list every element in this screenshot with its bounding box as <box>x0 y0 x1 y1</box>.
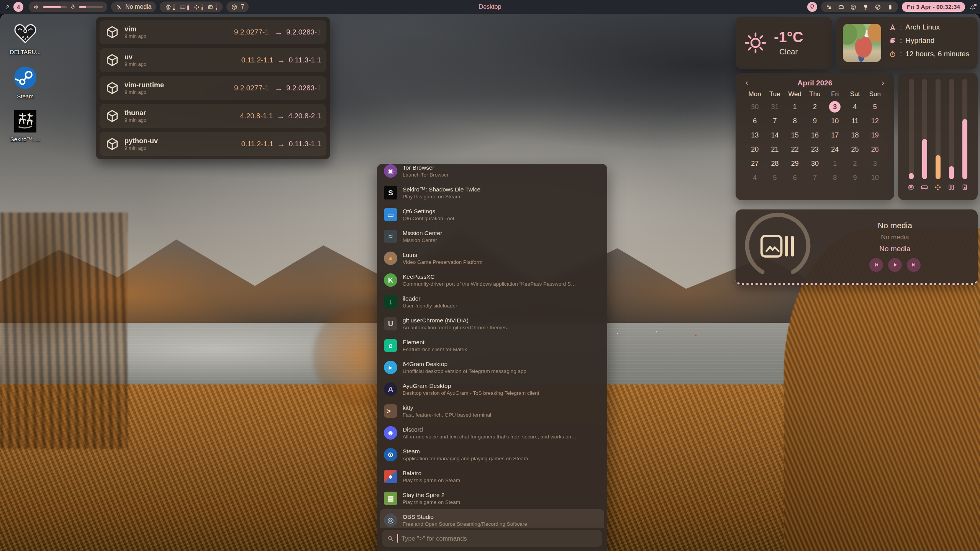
launcher-item[interactable]: K KeePassXC Community-driven port of the… <box>380 269 604 291</box>
calendar-day[interactable]: 20 <box>745 144 765 155</box>
calendar-day[interactable]: 18 <box>845 129 865 141</box>
package-update-row[interactable]: vim-runtime 9 min ago 9.2.0277-1. → 9.2.… <box>100 76 326 100</box>
next-track-button[interactable] <box>907 258 921 272</box>
system-info-value: Hyprland <box>905 36 934 45</box>
calendar-day[interactable]: 30 <box>805 158 825 169</box>
workspace-switcher[interactable]: 24 <box>4 2 25 12</box>
launcher-item[interactable]: e Element Feature-rich client for Matrix <box>380 335 604 356</box>
idle-inhibit-button[interactable] <box>807 2 817 12</box>
packages-chip[interactable]: 7 <box>226 2 249 12</box>
launcher-item[interactable]: A AyuGram Desktop Desktop version of Ayu… <box>380 378 604 400</box>
monitor-item <box>208 4 217 10</box>
app-description: Play this game on Steam <box>403 499 460 505</box>
desktop-icon-deltarune[interactable]: DELTARU... <box>4 21 47 55</box>
app-launcher: ◉ Tor Browser Launch Tor Browser S Sekir… <box>377 164 607 551</box>
launcher-item[interactable]: ≈ Mission Center Mission Center <box>380 226 604 247</box>
calendar-day[interactable]: 25 <box>845 144 865 155</box>
calendar-day[interactable]: 16 <box>805 129 825 141</box>
calendar-day[interactable]: 21 <box>765 144 785 155</box>
calendar-day[interactable]: 8 <box>825 172 845 183</box>
calendar-grid: 3031123456789101112131415161718192021222… <box>736 101 894 183</box>
resource-column <box>907 79 915 196</box>
calendar-day[interactable]: 11 <box>845 115 865 127</box>
calendar-day[interactable]: 4 <box>845 101 865 113</box>
calendar-day[interactable]: 15 <box>785 129 805 141</box>
launcher-item[interactable]: ◉ Tor Browser Launch Tor Browser <box>380 164 604 182</box>
keepassxc-icon[interactable] <box>826 4 832 10</box>
audio-chip[interactable] <box>29 2 107 12</box>
calendar-day[interactable]: 8 <box>785 115 805 127</box>
calendar-day[interactable]: 10 <box>825 115 845 127</box>
monitors-chip[interactable] <box>160 2 223 12</box>
calendar-day[interactable]: 6 <box>745 115 765 127</box>
launcher-item[interactable]: ↓ iloader User-friendly sideloader <box>380 291 604 313</box>
calendar-day[interactable]: 29 <box>785 158 805 169</box>
calendar-day[interactable]: 1 <box>825 158 845 169</box>
calendar-day[interactable]: 14 <box>765 129 785 141</box>
calendar-day[interactable]: 3 <box>865 158 885 169</box>
calendar-day[interactable]: 2 <box>805 101 825 113</box>
workspace-item[interactable]: 2 <box>5 4 10 10</box>
calendar-day[interactable]: 10 <box>865 172 885 183</box>
launcher-item[interactable]: ⊙ Steam Application for managing and pla… <box>380 444 604 466</box>
calendar-prev-button[interactable] <box>744 80 750 86</box>
calendar-day[interactable]: 22 <box>785 144 805 155</box>
launcher-item[interactable]: S Sekiro™: Shadows Die Twice Play this g… <box>380 182 604 204</box>
calendar-day[interactable]: 5 <box>865 101 885 113</box>
battery-icon[interactable] <box>887 4 893 10</box>
launcher-item[interactable]: ♠ Balatro Play this game on Steam <box>380 466 604 487</box>
network-icon[interactable] <box>838 4 844 10</box>
calendar-day[interactable]: 4 <box>745 172 765 183</box>
calendar-day[interactable]: 30 <box>745 101 765 113</box>
search-input[interactable]: Type ">" for commands <box>382 530 602 547</box>
steam-icon[interactable] <box>875 4 881 10</box>
calendar-day[interactable]: 17 <box>825 129 845 141</box>
calendar-day[interactable]: 13 <box>745 129 765 141</box>
previous-track-button[interactable] <box>869 258 883 272</box>
launcher-item[interactable]: ◎ OBS Studio Free and Open Source Stream… <box>380 509 604 528</box>
calendar-day[interactable]: 7 <box>765 115 785 127</box>
calendar-day[interactable]: 9 <box>805 115 825 127</box>
launcher-item[interactable]: ☻ Discord All-in-one voice and text chat… <box>380 422 604 444</box>
calendar-day[interactable]: 31 <box>765 101 785 113</box>
package-update-row[interactable]: python-uv 9 min ago 0.11.2-1.1 → 0.11.3-… <box>100 132 326 156</box>
notifications-button[interactable] <box>969 3 976 11</box>
calendar-day[interactable]: 7 <box>805 172 825 183</box>
calendar-day[interactable]: 3 <box>829 101 841 113</box>
desktop-icon-sekiro[interactable]: Sekiro™: ... <box>4 110 47 142</box>
clock-pill[interactable]: Fri 3 Apr - 00:32:34 <box>902 2 965 12</box>
mic-slider[interactable] <box>79 6 103 8</box>
calendar-day[interactable]: 19 <box>865 129 885 141</box>
play-button[interactable] <box>888 258 902 272</box>
calendar-day[interactable]: 28 <box>765 158 785 169</box>
system-info-value: Arch Linux <box>905 23 940 31</box>
calendar-day[interactable]: 27 <box>745 158 765 169</box>
package-update-row[interactable]: uv 9 min ago 0.11.2-1.1 → 0.11.3-1.1 <box>100 48 326 72</box>
desktop-icon-steam[interactable]: Steam <box>4 66 47 100</box>
calendar-day[interactable]: 6 <box>785 172 805 183</box>
package-update-row[interactable]: vim 9 min ago 9.2.0277-1. → 9.2.0283-1 <box>100 20 326 44</box>
launcher-item[interactable]: ▭ Qt6 Settings Qt6 Configuration Tool <box>380 204 604 226</box>
calendar-day[interactable]: 26 <box>865 144 885 155</box>
calendar-day[interactable]: 5 <box>765 172 785 183</box>
launcher-item[interactable]: U git userChrome (NVIDIA) An automation … <box>380 313 604 335</box>
launcher-item[interactable]: ▸ 64Gram Desktop Unofficial desktop vers… <box>380 356 604 378</box>
package-update-row[interactable]: thunar 9 min ago 4.20.8-1.1 → 4.20.8-2.1 <box>100 104 326 128</box>
calendar-day[interactable]: 24 <box>825 144 845 155</box>
calendar-day[interactable]: 23 <box>805 144 825 155</box>
calendar-day[interactable]: 9 <box>845 172 865 183</box>
workspace-item[interactable]: 4 <box>13 2 23 12</box>
monitor-usage-bar <box>216 4 217 10</box>
calendar-day[interactable]: 12 <box>865 115 885 127</box>
bulb-icon[interactable] <box>862 4 869 10</box>
obs-icon[interactable] <box>850 4 857 10</box>
calendar-day[interactable]: 2 <box>845 158 865 169</box>
launcher-item[interactable]: >_ kitty Fast, feature-rich, GPU based t… <box>380 400 604 422</box>
launcher-item[interactable]: ● Lutris Video Game Preservation Platfor… <box>380 247 604 269</box>
calendar-next-button[interactable] <box>880 80 886 86</box>
app-title: Steam <box>403 448 528 455</box>
volume-slider[interactable] <box>43 6 67 8</box>
media-chip[interactable]: No media <box>111 2 156 12</box>
launcher-item[interactable]: ▦ Slay the Spire 2 Play this game on Ste… <box>380 487 604 509</box>
calendar-day[interactable]: 1 <box>785 101 805 113</box>
